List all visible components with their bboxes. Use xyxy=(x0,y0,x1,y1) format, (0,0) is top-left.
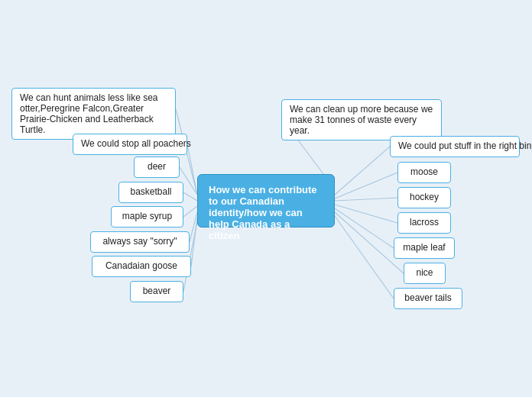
svg-line-5 xyxy=(190,212,197,242)
svg-line-10 xyxy=(335,173,397,198)
node-goose: Canadaian goose xyxy=(92,256,191,277)
node-beaver: beaver xyxy=(130,281,183,302)
center-node: How we can contribute to our Canadian id… xyxy=(197,174,335,228)
node-cleanup: We can clean up more because we make 31 … xyxy=(281,99,442,140)
svg-line-1 xyxy=(187,144,197,195)
svg-line-4 xyxy=(183,206,197,217)
svg-line-11 xyxy=(335,198,397,201)
node-maple_syrup: maple syrup xyxy=(111,206,183,228)
svg-line-3 xyxy=(183,192,197,201)
node-moose: moose xyxy=(397,162,451,183)
node-beaver_tails: beaver tails xyxy=(394,288,462,309)
node-hockey: hockey xyxy=(397,187,451,208)
node-hunt: We can hunt animals less like sea otter,… xyxy=(11,88,176,140)
node-poachers: We could stop all poachers xyxy=(73,134,187,155)
svg-line-13 xyxy=(335,208,394,248)
node-nice: nice xyxy=(404,263,446,284)
svg-line-15 xyxy=(335,216,394,299)
node-lacross: lacross xyxy=(397,212,451,234)
svg-line-9 xyxy=(335,147,390,195)
node-right_bin: We could put stuff in the right bin xyxy=(390,136,520,157)
node-basketball: basketball xyxy=(118,182,183,203)
node-deer: deer xyxy=(134,157,180,178)
svg-line-6 xyxy=(191,218,197,266)
node-sorry: always say "sorry" xyxy=(90,231,190,253)
node-maple_leaf: maple leaf xyxy=(394,237,455,259)
svg-line-12 xyxy=(335,205,397,223)
